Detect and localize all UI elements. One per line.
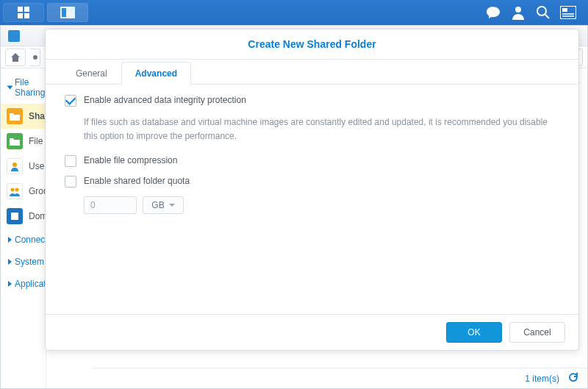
sidebar-item-label: User xyxy=(29,161,46,171)
svg-point-23 xyxy=(15,188,19,192)
sidebar-item-user[interactable]: User xyxy=(1,154,46,179)
sidebar-item-label: Domain/LDAP xyxy=(29,211,46,221)
integrity-checkbox[interactable] xyxy=(65,95,76,107)
user-icon xyxy=(7,158,23,174)
sidebar-item-label: Shared Folder xyxy=(29,111,46,121)
dialog-title: Create New Shared Folder xyxy=(46,29,578,60)
group-icon xyxy=(7,183,23,199)
status-item-count: 1 item(s) xyxy=(525,374,559,384)
notifications-button[interactable] xyxy=(485,4,501,21)
compression-checkbox[interactable] xyxy=(65,155,76,167)
quota-row: Enable shared folder quota xyxy=(65,176,559,188)
sidebar: File Sharing Shared Folder File Services… xyxy=(1,68,46,388)
svg-rect-5 xyxy=(62,8,66,17)
sidebar-group-applications[interactable]: Applications xyxy=(1,273,46,295)
compression-row: Enable file compression xyxy=(65,155,559,167)
sidebar-group-system[interactable]: System xyxy=(1,251,46,273)
home-button[interactable] xyxy=(5,49,26,66)
shared-folder-icon xyxy=(7,108,23,124)
tab-general[interactable]: General xyxy=(62,62,121,85)
svg-line-8 xyxy=(545,15,549,18)
sidebar-group-connectivity[interactable]: Connectivity xyxy=(1,229,46,251)
sidebar-item-domain[interactable]: Domain/LDAP xyxy=(1,204,46,229)
toolbar-fragment xyxy=(30,49,40,66)
search-button[interactable] xyxy=(535,4,551,21)
svg-rect-2 xyxy=(18,13,23,18)
quota-input-row: GB xyxy=(84,196,559,214)
svg-point-17 xyxy=(33,55,37,60)
ok-button[interactable]: OK xyxy=(446,322,502,343)
widgets-icon xyxy=(560,6,576,19)
sidebar-item-file-services[interactable]: File Services xyxy=(1,129,46,154)
sidebar-group-label: Applications xyxy=(15,279,46,289)
quota-checkbox[interactable] xyxy=(65,176,76,188)
sidebar-group-file-sharing[interactable]: File Sharing xyxy=(1,71,46,104)
quota-unit-select[interactable]: GB xyxy=(143,196,184,214)
apps-launcher-button[interactable] xyxy=(3,3,44,22)
svg-rect-1 xyxy=(24,7,29,12)
sidebar-group-label: System xyxy=(15,257,44,267)
dialog-body: Enable advanced data integrity protectio… xyxy=(46,85,578,314)
sidebar-group-label: File Sharing xyxy=(15,77,45,98)
svg-rect-10 xyxy=(562,8,567,12)
taskbar-spacer xyxy=(88,0,476,25)
tab-advanced[interactable]: Advanced xyxy=(121,62,191,85)
search-icon xyxy=(536,5,551,20)
dialog-footer: OK Cancel xyxy=(46,314,578,350)
control-panel-icon xyxy=(60,7,75,18)
svg-rect-3 xyxy=(24,13,29,18)
refresh-icon xyxy=(568,372,578,382)
widgets-button[interactable] xyxy=(560,4,576,21)
sidebar-item-label: Group xyxy=(29,186,46,196)
sidebar-group-label: Connectivity xyxy=(15,235,46,245)
sidebar-item-shared-folder[interactable]: Shared Folder xyxy=(1,104,46,129)
domain-icon xyxy=(7,208,23,224)
integrity-help-text: If files such as database and virtual ma… xyxy=(84,115,559,143)
svg-point-22 xyxy=(11,188,15,192)
sidebar-item-label: File Services xyxy=(29,136,46,146)
dialog-tabs: General Advanced xyxy=(46,60,578,85)
apps-icon xyxy=(17,6,30,19)
quota-value-input[interactable] xyxy=(84,196,137,214)
tab-label: Advanced xyxy=(135,68,177,79)
svg-rect-24 xyxy=(11,213,18,220)
create-shared-folder-dialog: Create New Shared Folder General Advance… xyxy=(45,29,579,351)
cancel-button[interactable]: Cancel xyxy=(509,322,565,343)
control-panel-task-button[interactable] xyxy=(47,3,88,22)
quota-unit-label: GB xyxy=(151,200,164,210)
taskbar-right xyxy=(476,0,585,25)
refresh-button[interactable] xyxy=(568,372,578,385)
compression-label: Enable file compression xyxy=(84,155,177,165)
wrench-icon xyxy=(32,54,39,61)
window-app-icon xyxy=(8,30,20,42)
user-menu-button[interactable] xyxy=(510,4,526,21)
integrity-label: Enable advanced data integrity protectio… xyxy=(84,95,246,105)
quota-label: Enable shared folder quota xyxy=(84,176,190,186)
svg-rect-0 xyxy=(18,7,23,12)
svg-rect-9 xyxy=(560,6,576,19)
home-icon xyxy=(10,52,21,63)
taskbar xyxy=(0,0,588,25)
button-label: OK xyxy=(467,327,480,338)
button-label: Cancel xyxy=(523,327,551,338)
svg-point-6 xyxy=(515,7,521,13)
status-bar: 1 item(s) xyxy=(92,368,587,388)
user-icon xyxy=(511,5,526,20)
svg-point-21 xyxy=(12,163,17,167)
tab-label: General xyxy=(76,68,107,79)
speech-bubble-icon xyxy=(486,5,501,20)
sidebar-item-group[interactable]: Group xyxy=(1,179,46,204)
taskbar-left xyxy=(3,0,88,25)
svg-point-7 xyxy=(537,7,546,15)
integrity-row: Enable advanced data integrity protectio… xyxy=(65,95,559,107)
file-services-icon xyxy=(7,133,23,149)
